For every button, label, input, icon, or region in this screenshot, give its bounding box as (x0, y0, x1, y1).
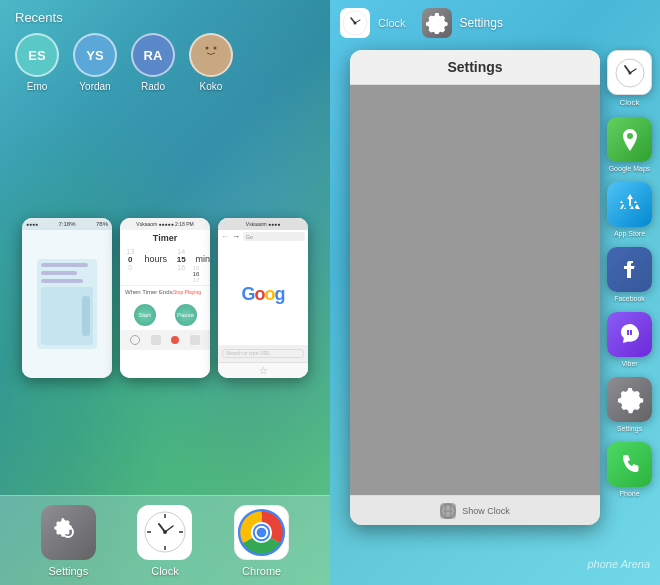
clock-dock-icon[interactable] (137, 505, 192, 560)
svg-point-18 (257, 527, 267, 537)
phone-dock-label: Phone (619, 490, 639, 497)
clock-tab-icon (151, 335, 161, 345)
dock-label-settings: Settings (48, 565, 88, 577)
right-dock-item-clock[interactable]: Clock (607, 50, 652, 107)
chrome-nav-bar: ← → Go (218, 230, 308, 244)
chrome-url-bar: Go (243, 232, 305, 241)
right-dock-item-settings[interactable]: Settings (607, 377, 652, 432)
settings-small-dock-label: Settings (617, 425, 642, 432)
card-content (22, 230, 112, 378)
settings-dock-icon[interactable] (41, 505, 96, 560)
avatar-name-rado: Rado (141, 81, 165, 92)
svg-point-0 (201, 39, 221, 59)
tab-icon (190, 335, 200, 345)
svg-point-22 (354, 21, 357, 24)
right-panel: Clock Settings Settings Show (330, 0, 660, 585)
chrome-status-bar: Vskaaom ●●●● (218, 218, 308, 230)
multitask-cards: ●●●● 7:18% 78% (0, 100, 330, 495)
right-dock-item-phone[interactable]: Phone (607, 442, 652, 497)
right-dock-item-viber[interactable]: Viber (607, 312, 652, 367)
dock-label-clock: Clock (151, 565, 179, 577)
avatar-name-koko: Koko (200, 81, 223, 92)
dock: Settings Clock (0, 495, 330, 585)
avatar-circle-ys: YS (73, 33, 117, 77)
maps-dock-label: Google Maps (609, 165, 651, 172)
right-clock-dock-label: Clock (619, 98, 639, 107)
facebook-dock-label: Facebook (614, 295, 645, 302)
svg-point-29 (628, 71, 631, 74)
settings-footer-icon (440, 503, 456, 519)
appstore-dock-label: App Store (614, 230, 645, 237)
timer-buttons: Start Pause (120, 300, 210, 330)
right-dock-item-maps[interactable]: Google Maps (607, 117, 652, 172)
app-card-chrome[interactable]: Vskaaom ●●●● ← → Go Goog Search or type … (218, 218, 308, 378)
appstore-icon[interactable] (607, 182, 652, 227)
left-panel: Recents ES Emo YS Yordan RA Rad (0, 0, 330, 585)
viber-dock-label: Viber (621, 360, 637, 367)
dock-label-chrome: Chrome (242, 565, 281, 577)
right-dock-item-facebook[interactable]: Facebook (607, 247, 652, 302)
dock-item-chrome[interactable]: Chrome (234, 505, 289, 577)
chrome-content: Goog (218, 244, 308, 345)
recents-label: Recents (15, 10, 315, 25)
phone-icon[interactable] (607, 442, 652, 487)
timer-bottom-bar (120, 330, 210, 350)
settings-card-body (350, 85, 600, 525)
avatar-photo-koko (189, 33, 233, 77)
watermark: phone Arena (587, 558, 650, 570)
forward-arrow-icon: → (232, 232, 240, 241)
bookmark-star-icon: ☆ (259, 365, 268, 376)
right-clock-label: Clock (378, 17, 406, 29)
record-icon (171, 336, 179, 344)
avatar-item[interactable]: Koko (189, 33, 233, 92)
svg-point-12 (163, 530, 167, 534)
avatar-item[interactable]: ES Emo (15, 33, 59, 92)
settings-card-title: Settings (447, 59, 502, 75)
timer-start-button[interactable]: Start (134, 304, 156, 326)
settings-footer-text: Show Clock (462, 506, 510, 516)
avatar-circle-es: ES (15, 33, 59, 77)
settings-top-icon (422, 8, 452, 38)
dock-item-clock[interactable]: Clock (137, 505, 192, 577)
timer-title: Timer (120, 230, 210, 246)
svg-point-2 (206, 47, 209, 50)
chrome-search-bar: Search or type URL (222, 349, 304, 358)
timer-when-label: When Timer Ends Stop Playing (120, 285, 210, 298)
maps-icon[interactable] (607, 117, 652, 162)
google-logo: Goog (241, 284, 284, 305)
settings-card-header: Settings (350, 50, 600, 85)
recents-bar: Recents ES Emo YS Yordan RA Rad (0, 10, 330, 92)
settings-dock-small-icon[interactable] (607, 377, 652, 422)
right-top-bar: Clock Settings (330, 0, 660, 45)
app-card-timer[interactable]: Vskaaom ●●●●● 2:18 PM Timer 13 0 0 hours… (120, 218, 210, 378)
settings-large-card[interactable]: Settings Show Clock (350, 50, 600, 525)
facebook-icon[interactable] (607, 247, 652, 292)
status-bar: ●●●● 7:18% 78% (22, 218, 112, 230)
avatar-item[interactable]: YS Yordan (73, 33, 117, 92)
svg-point-1 (197, 59, 225, 75)
dock-item-settings[interactable]: Settings (41, 505, 96, 577)
avatar-name-emo: Emo (27, 81, 48, 92)
app-card-generic[interactable]: ●●●● 7:18% 78% (22, 218, 112, 378)
settings-card-footer: Show Clock (350, 495, 600, 525)
chrome-bottom-bar: ☆ (218, 362, 308, 378)
right-dock-item-appstore[interactable]: App Store (607, 182, 652, 237)
right-settings-label: Settings (460, 16, 503, 30)
viber-icon[interactable] (607, 312, 652, 357)
timer-tab-icon (130, 335, 140, 345)
avatar-name-yordan: Yordan (79, 81, 110, 92)
chrome-dock-icon[interactable] (234, 505, 289, 560)
right-dock-icons: Clock Google Maps App Store (607, 50, 652, 497)
recents-avatars: ES Emo YS Yordan RA Rado (15, 33, 315, 92)
avatar-item[interactable]: RA Rado (131, 33, 175, 92)
right-clock-icon[interactable] (607, 50, 652, 95)
svg-point-3 (214, 47, 217, 50)
timer-pause-button[interactable]: Pause (175, 304, 197, 326)
timer-status-bar: Vskaaom ●●●●● 2:18 PM (120, 218, 210, 230)
clock-top-icon (340, 8, 370, 38)
avatar-circle-ra: RA (131, 33, 175, 77)
back-arrow-icon: ← (221, 232, 229, 241)
